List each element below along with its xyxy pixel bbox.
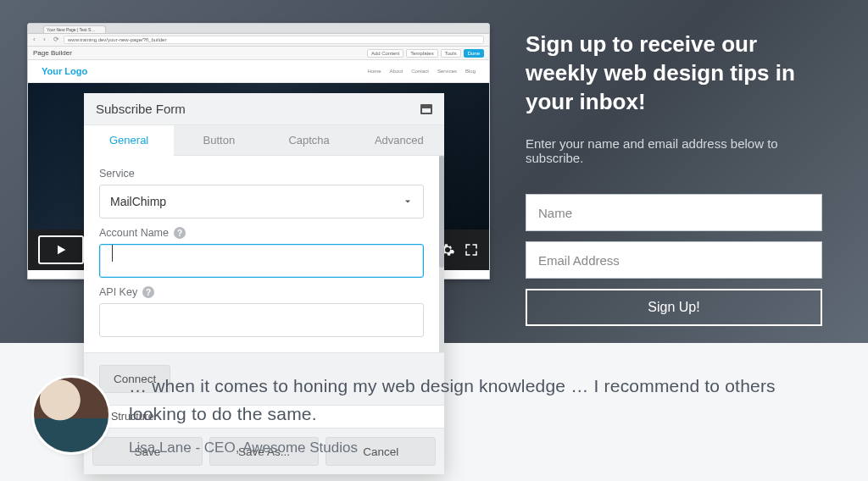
testimonial-quote: … when it comes to honing my web design … [129,373,822,428]
help-icon[interactable]: ? [142,286,154,298]
account-name-label: Account Name ? [99,227,424,239]
service-label: Service [99,168,424,180]
service-select[interactable]: MailChimp [99,185,424,218]
address-bar[interactable]: www.training.dev/your-new-page/?fl_build… [64,36,484,44]
api-key-label-text: API Key [99,286,137,298]
pagebuilder-title: Page Builder [33,49,72,57]
tools-button[interactable]: Tools [441,49,461,58]
browser-tabstrip: Your New Page | Test S… [28,24,489,34]
signup-subheading: Enter your name and email address below … [526,136,822,165]
tab-button[interactable]: Button [174,125,264,156]
nav-about[interactable]: About [390,69,403,74]
site-logo: Your Logo [42,66,87,76]
forward-icon[interactable]: › [43,36,50,43]
api-key-label: API Key ? [99,286,424,298]
nav-blog[interactable]: Blog [465,69,476,74]
nav-home[interactable]: Home [368,69,381,74]
testimonial-byline: Lisa Lane - CEO, Awesome Studios [129,440,822,456]
signup-block: Sign up to receive our weekly web design… [526,30,822,326]
panel-title: Subscribe Form [96,102,186,116]
name-input[interactable] [526,194,822,231]
signup-submit-button[interactable]: Sign Up! [526,289,822,326]
tab-advanced[interactable]: Advanced [354,125,444,156]
fullscreen-icon[interactable] [464,242,479,257]
play-icon [54,243,68,257]
email-input[interactable] [526,241,822,279]
account-name-label-text: Account Name [99,227,169,239]
panel-body: Service MailChimp Account Name ? API Key… [84,156,444,352]
text-caret [112,245,113,262]
tab-general[interactable]: General [84,125,174,156]
panel-tabs: General Button Captcha Advanced [84,125,444,156]
browser-toolbar: ‹ › ⟳ www.training.dev/your-new-page/?fl… [28,34,489,47]
help-icon[interactable]: ? [174,227,186,239]
play-button[interactable] [38,235,84,264]
account-name-input[interactable] [99,244,424,278]
service-value: MailChimp [110,195,166,208]
testimonial: … when it comes to honing my web design … [34,373,822,456]
signup-heading: Sign up to receive our weekly web design… [526,30,822,116]
panel-header: Subscribe Form [84,93,444,125]
pagebuilder-bar: Page Builder Add Content Templates Tools… [28,47,489,60]
site-nav: Home About Contact Services Blog [368,69,476,74]
nav-services[interactable]: Services [437,69,457,74]
api-key-input[interactable] [99,303,424,337]
service-label-text: Service [99,168,135,180]
site-header: Your Logo Home About Contact Services Bl… [28,60,489,83]
reload-icon[interactable]: ⟳ [53,36,60,43]
add-content-button[interactable]: Add Content [367,49,403,58]
chevron-down-icon [403,196,413,207]
browser-tab[interactable]: Your New Page | Test S… [43,25,106,33]
signup-form: Sign Up! [526,194,822,326]
back-icon[interactable]: ‹ [33,36,40,43]
avatar [34,378,108,452]
templates-button[interactable]: Templates [406,49,437,58]
nav-contact[interactable]: Contact [411,69,429,74]
done-button[interactable]: Done [464,49,484,58]
pagebuilder-actions: Add Content Templates Tools Done [367,49,484,58]
maximize-icon[interactable] [420,104,432,114]
tab-captcha[interactable]: Captcha [264,125,354,156]
